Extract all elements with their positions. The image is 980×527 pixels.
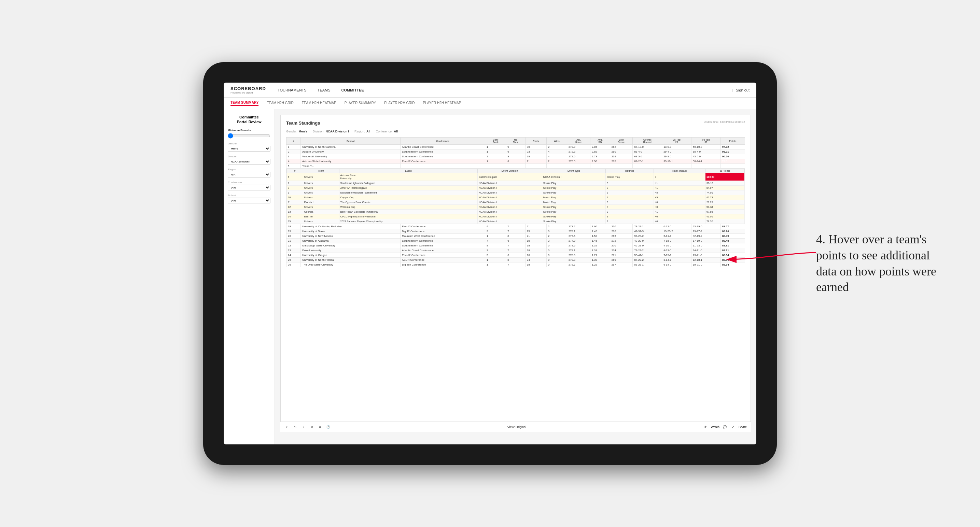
- col-vs25: Vs Top25: [662, 138, 692, 145]
- col-rnds: Rnds: [525, 138, 546, 145]
- report-title: Team Standings: [286, 121, 320, 125]
- logo-sub: Powered by clippd: [231, 91, 266, 94]
- expand-icon[interactable]: ⤢: [730, 424, 736, 430]
- nav-teams[interactable]: TEAMS: [316, 88, 332, 92]
- main-nav: TOURNAMENTS TEAMS COMMITTEE: [276, 88, 365, 92]
- annotation-container: 4. Hover over a team's points to see add…: [816, 232, 953, 295]
- table-row: 3 Vanderbilt University Southeastern Con…: [286, 154, 745, 159]
- table-row: 25 University of North Florida ASUN Conf…: [286, 258, 745, 262]
- col-avg-sg: Avg.SG: [590, 138, 610, 145]
- report-header: Team Standings Update time: 13/03/2024 1…: [286, 121, 745, 125]
- undo-icon[interactable]: ↩: [285, 424, 290, 430]
- table-row: 18 University of California, Berkeley Pa…: [286, 224, 745, 229]
- list-item: 8 Univers Amer An Intercollegiate NCAA D…: [287, 186, 745, 190]
- table-row: 2 Auburn University Southeastern Confere…: [286, 149, 745, 154]
- table-row: 20 University of New Mexico Mountain Wes…: [286, 234, 745, 238]
- col-vs50: Vs Top50: [691, 138, 721, 145]
- gender-label: Gender: [228, 142, 270, 145]
- conference-label: Conference: [228, 181, 270, 184]
- back-icon[interactable]: ‹: [301, 424, 306, 430]
- sidebar-portal-title: CommitteePortal Review: [228, 115, 270, 125]
- list-item: 9 Univers National Invitational Tourname…: [287, 190, 745, 195]
- conference-filter: Conference: All: [375, 130, 398, 133]
- list-item: 12 Univers Williams Cup NCAA Division I …: [287, 205, 745, 210]
- col-wins: Wins: [546, 138, 567, 145]
- report-area: Team Standings Update time: 13/03/2024 1…: [275, 109, 756, 444]
- table-row: 21 University of Alabama Southeastern Co…: [286, 238, 745, 243]
- nav-committee[interactable]: COMMITTEE: [340, 88, 365, 92]
- settings-icon[interactable]: ⚙: [317, 424, 323, 430]
- min-rounds-label: Minimum Rounds: [228, 129, 270, 132]
- share-label[interactable]: Share: [738, 425, 747, 429]
- col-points: Points: [721, 138, 745, 145]
- min-rounds-range-container: [228, 133, 270, 138]
- report-filters: Gender: Men's Division: NCAA Division I …: [286, 130, 745, 133]
- watch-label[interactable]: Watch: [711, 425, 719, 429]
- bottom-toolbar: ↩ ↪ ‹ ⧉ ⚙ 🕐 View: Original 👁 Watch 💬 ⤢ S…: [280, 422, 751, 432]
- col-school: School: [301, 138, 400, 145]
- min-rounds-input[interactable]: [228, 133, 270, 138]
- copy-icon[interactable]: ⧉: [309, 424, 315, 430]
- sign-out-link[interactable]: Sign out: [736, 88, 749, 92]
- update-time: Update time: 13/03/2024 10:03:42: [704, 121, 745, 124]
- subnav-team-summary[interactable]: TEAM SUMMARY: [231, 101, 258, 106]
- logo-title: SCOREBOARD: [231, 86, 266, 91]
- region-select[interactable]: N/A All East West: [228, 172, 270, 178]
- col-low-score: LowScore: [610, 138, 633, 145]
- redo-icon[interactable]: ↪: [293, 424, 298, 430]
- col-overall: OverallRecord: [633, 138, 662, 145]
- clock-icon[interactable]: 🕐: [325, 424, 331, 430]
- col-conference: Conference: [401, 138, 485, 145]
- gender-filter: Gender: Men's: [286, 130, 307, 133]
- conference-select[interactable]: (All) ACC Big Ten SEC: [228, 185, 270, 190]
- col-adj-score: Adj.Score: [567, 138, 590, 145]
- report-container: Team Standings Update time: 13/03/2024 1…: [280, 115, 751, 422]
- sub-nav: TEAM SUMMARY TEAM H2H GRID TEAM H2H HEAT…: [224, 98, 756, 109]
- table-row: 26 The Ohio State University Big Ten Con…: [286, 262, 745, 267]
- list-item: 6 Univers Arizona StateUniversity Cater/…: [287, 173, 745, 181]
- tooltip-table: # Team Event Event Division Event Type R…: [286, 168, 745, 224]
- table-row: 24 University of Oregon Pac-12 Conferenc…: [286, 253, 745, 258]
- subnav-player-summary[interactable]: PLAYER SUMMARY: [345, 101, 376, 105]
- table-row: 5 Texas T...: [286, 164, 745, 168]
- main-content: CommitteePortal Review Minimum Rounds Ge…: [224, 109, 756, 444]
- annotation-text: 4. Hover over a team's points to see add…: [816, 232, 953, 295]
- tooltip-header-row: # Team Event Event Division Event Type R…: [286, 168, 745, 224]
- nav-tournaments[interactable]: TOURNAMENTS: [276, 88, 308, 92]
- division-select[interactable]: NCAA Division I NCAA Division II NCAA Di…: [228, 159, 270, 165]
- list-item: 15 Univers 2023 Sahalee Players Champion…: [287, 219, 745, 224]
- nav-separator: |: [732, 88, 733, 92]
- school-select[interactable]: (All): [228, 198, 270, 203]
- list-item: 7 Univers Southern Highlands Collegiate …: [287, 181, 745, 186]
- table-row: 1 University of North Carolina Atlantic …: [286, 145, 745, 149]
- tablet-screen: SCOREBOARD Powered by clippd TOURNAMENTS…: [224, 83, 756, 444]
- gender-select[interactable]: Men's Women's: [228, 146, 270, 152]
- division-filter: Division: NCAA Division I: [313, 130, 349, 133]
- eye-icon[interactable]: 👁: [703, 424, 708, 430]
- table-row-highlighted: 4 Arizona State University Pac-12 Confer…: [286, 159, 745, 164]
- subnav-player-h2h-grid[interactable]: PLAYER H2H GRID: [384, 101, 415, 105]
- col-no-tour: NoTour: [506, 138, 525, 145]
- annotation-arrow: [724, 242, 819, 270]
- list-item: 10 Univers Copper Cup NCAA Division I Ma…: [287, 195, 745, 200]
- app-logo: SCOREBOARD Powered by clippd: [231, 86, 266, 94]
- table-row: 19 University of Texas Big 12 Conference…: [286, 229, 745, 234]
- standings-table: # School Conference ConfRank NoTour Rnds…: [286, 137, 745, 267]
- subnav-team-h2h-heatmap[interactable]: TEAM H2H HEATMAP: [302, 101, 336, 105]
- list-item: 14 East Tei OFCC Fighting Illini Invitat…: [287, 214, 745, 219]
- division-label: Division: [228, 155, 270, 158]
- region-filter: Region: All: [355, 130, 371, 133]
- tablet-device: SCOREBOARD Powered by clippd TOURNAMENTS…: [203, 62, 777, 465]
- region-label: Region: [228, 168, 270, 171]
- table-row: 23 Duke University Atlantic Coast Confer…: [286, 248, 745, 253]
- sidebar: CommitteePortal Review Minimum Rounds Ge…: [224, 109, 275, 444]
- view-original[interactable]: View: Original: [508, 425, 526, 429]
- list-item: 11 Florida I The Cypress Point Classic N…: [287, 200, 745, 205]
- table-row: 22 Mississippi State University Southeas…: [286, 243, 745, 248]
- col-conf-rank: ConfRank: [485, 138, 506, 145]
- comment-icon[interactable]: 💬: [722, 424, 728, 430]
- subnav-player-h2h-heatmap[interactable]: PLAYER H2H HEATMAP: [423, 101, 461, 105]
- subnav-team-h2h-grid[interactable]: TEAM H2H GRID: [267, 101, 293, 105]
- school-label: School: [228, 194, 270, 197]
- list-item: 13 Georgia Ben Hogan Collegiate Invitati…: [287, 210, 745, 214]
